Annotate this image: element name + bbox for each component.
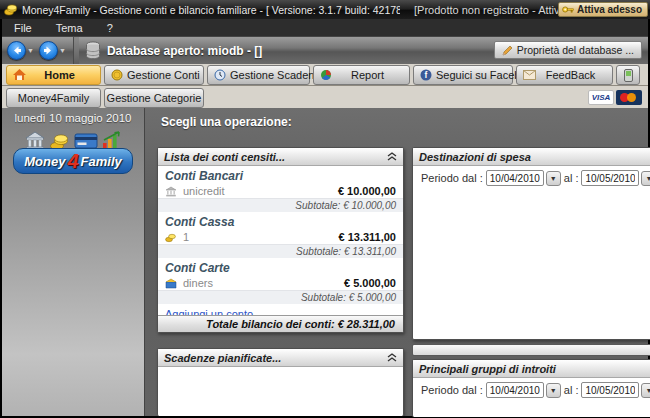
- logo-banner: Money 4 Family: [13, 148, 133, 174]
- arrow-right-icon: [43, 45, 54, 56]
- tab-strip: Home Gestione Conti Gestione Scadenze Re…: [2, 64, 648, 108]
- calendar-dropdown-icon[interactable]: ▼: [546, 171, 561, 186]
- tab-money4family[interactable]: Money4Family: [6, 88, 101, 108]
- db-properties-label: Proprietà del database ...: [517, 44, 634, 56]
- account-amount: € 13.311,00: [338, 231, 396, 243]
- account-group-name: Conti Bancari: [158, 166, 403, 184]
- tab-report[interactable]: Report: [313, 65, 410, 85]
- from-date-picker: ▼: [486, 170, 561, 186]
- tab-facebook[interactable]: f Seguici su Facebook: [413, 65, 513, 85]
- accounts-panel-title: Lista dei conti censiti...: [164, 151, 285, 163]
- forward-button[interactable]: [39, 41, 58, 60]
- period-from-label: Periodo dal :: [421, 384, 483, 396]
- menu-bar: File Tema ?: [2, 19, 648, 37]
- account-row[interactable]: diners € 5.000,00: [158, 276, 403, 290]
- tab-feedback[interactable]: FeedBack: [516, 65, 613, 85]
- from-date-input[interactable]: [486, 170, 544, 186]
- toolbar: ▼ ▼ Database aperto: miodb - [] Propriet…: [2, 37, 648, 64]
- home-icon: [11, 69, 27, 81]
- tab-gestione-categorie[interactable]: Gestione Categorie: [104, 88, 204, 108]
- account-name: diners: [183, 277, 213, 289]
- group-subtotal: Subtotale: € 13.311,00: [158, 244, 403, 258]
- tab-label: Report: [336, 69, 409, 81]
- tab-gestione-scadenze[interactable]: Gestione Scadenze: [207, 65, 310, 85]
- period-to-label: al :: [564, 172, 579, 184]
- back-button[interactable]: [7, 41, 26, 60]
- period-from-label: Periodo dal :: [421, 172, 483, 184]
- toolbar-separator: [73, 37, 79, 64]
- accounts-panel-header: Lista dei conti censiti...: [158, 148, 403, 166]
- phone-icon: [620, 69, 636, 82]
- calendar-dropdown-icon[interactable]: ▼: [546, 383, 561, 398]
- from-date-picker: ▼: [486, 382, 561, 398]
- payment-logos: VISA: [588, 90, 642, 105]
- logo-word-four: 4: [67, 150, 78, 173]
- tab-row-1: Home Gestione Conti Gestione Scadenze Re…: [2, 64, 648, 86]
- accounts-panel: Lista dei conti censiti... Conti Bancari…: [157, 147, 404, 333]
- money4family-logo: Money 4 Family: [13, 130, 133, 182]
- to-date-input[interactable]: [581, 170, 639, 186]
- cash-account-icon: [165, 232, 179, 243]
- menu-file[interactable]: File: [2, 19, 44, 36]
- accounts-total-bar: Totale bilancio dei conti: € 28.311,00: [158, 315, 403, 332]
- to-date-input[interactable]: [581, 382, 639, 398]
- deadlines-panel-header: Scadenze pianificate...: [158, 349, 403, 367]
- tab-label: Gestione Conti: [127, 69, 210, 81]
- chart-pie-icon: [318, 69, 334, 81]
- menu-help[interactable]: ?: [95, 19, 125, 36]
- back-dropdown-arrow[interactable]: ▼: [27, 47, 34, 54]
- group-subtotal: Subtotale: € 10.000,00: [158, 198, 403, 212]
- arrow-left-icon: [11, 45, 22, 56]
- period-to-label: al :: [564, 384, 579, 396]
- expenses-panel-title: Destinazioni di spesa: [419, 151, 531, 163]
- panel-divider-strip: [412, 344, 650, 356]
- activate-button-label: Attiva adesso: [577, 4, 642, 15]
- collapse-icon[interactable]: [387, 151, 397, 163]
- income-panel-header: Principali gruppi di introiti: [413, 360, 650, 378]
- database-status-text: Database aperto: miodb - []: [107, 44, 262, 58]
- tab-label: Money4Family: [7, 92, 100, 104]
- account-group-name: Conti Carte: [158, 258, 403, 276]
- facebook-icon: f: [418, 69, 434, 81]
- tab-mobile[interactable]: [616, 65, 640, 85]
- account-name: unicredit: [183, 185, 225, 197]
- collapse-icon[interactable]: [387, 352, 397, 364]
- menu-tema[interactable]: Tema: [44, 19, 95, 36]
- card-account-icon: [165, 278, 179, 289]
- body-area: lunedì 10 maggio 2010 Money 4 Family Sce…: [2, 108, 648, 416]
- deadlines-panel-title: Scadenze pianificate...: [164, 352, 281, 364]
- tab-label: Home: [29, 69, 100, 81]
- income-filter-row: Periodo dal : ▼ al : ▼ Tip: [413, 378, 650, 401]
- logo-word-family: Family: [81, 154, 122, 169]
- db-properties-button[interactable]: Proprietà del database ...: [494, 41, 642, 59]
- mastercard-logo: [616, 90, 642, 105]
- sidebar: lunedì 10 maggio 2010 Money 4 Family: [2, 108, 145, 416]
- account-row[interactable]: unicredit € 10.000,00: [158, 184, 403, 198]
- account-group-name: Conti Cassa: [158, 212, 403, 230]
- expenses-panel: Destinazioni di spesa Periodo dal : ▼ al…: [412, 147, 650, 340]
- current-date: lunedì 10 maggio 2010: [2, 112, 144, 124]
- group-subtotal: Subtotale: € 5.000,00: [158, 290, 403, 304]
- income-panel-title: Principali gruppi di introiti: [419, 363, 556, 375]
- calendar-dropdown-icon[interactable]: ▼: [641, 171, 650, 186]
- svg-text:f: f: [425, 70, 428, 80]
- expenses-panel-header: Destinazioni di spesa: [413, 148, 650, 166]
- clock-icon: [212, 69, 228, 81]
- main-area: Scegli una operazione: Lista dei conti c…: [145, 108, 648, 416]
- to-date-picker: ▼: [581, 170, 650, 186]
- title-bar: Money4Family - Gestione conti e bilancio…: [0, 0, 650, 19]
- tab-gestione-conti[interactable]: Gestione Conti: [104, 65, 204, 85]
- account-name: 1: [183, 231, 189, 243]
- account-amount: € 10.000,00: [338, 185, 396, 197]
- account-row[interactable]: 1 € 13.311,00: [158, 230, 403, 244]
- activate-now-button[interactable]: Attiva adesso: [558, 2, 648, 17]
- income-panel: Principali gruppi di introiti Periodo da…: [412, 359, 650, 417]
- calendar-dropdown-icon[interactable]: ▼: [641, 383, 650, 398]
- forward-dropdown-arrow[interactable]: ▼: [59, 47, 66, 54]
- window-title: Money4Family - Gestione conti e bilancio…: [22, 4, 400, 16]
- tab-label: Gestione Categorie: [105, 92, 203, 104]
- tab-home[interactable]: Home: [6, 65, 101, 85]
- from-date-input[interactable]: [486, 382, 544, 398]
- tab-row-2: Money4Family Gestione Categorie VISA: [2, 86, 648, 108]
- pencil-icon: [502, 45, 513, 56]
